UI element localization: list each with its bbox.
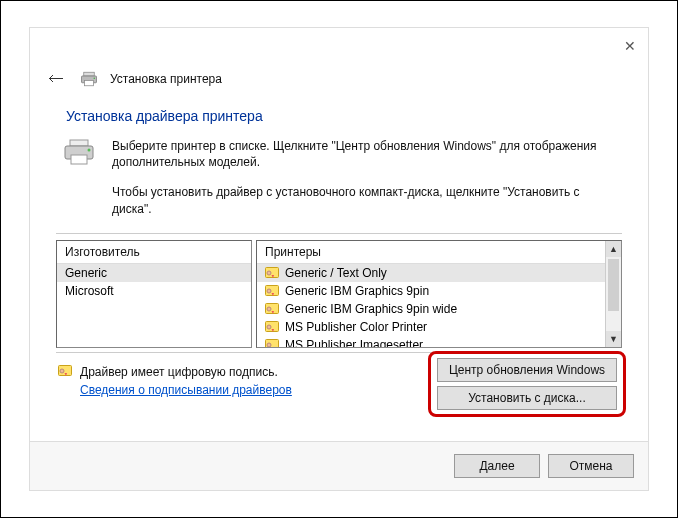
scroll-thumb[interactable] — [608, 259, 619, 311]
printer-item-label: MS Publisher Color Printer — [285, 320, 427, 334]
certificate-icon — [265, 339, 279, 347]
printers-listbox[interactable]: Принтеры Generic / Text OnlyGeneric IBM … — [256, 240, 622, 348]
svg-rect-2 — [85, 81, 94, 86]
printer-item[interactable]: Generic IBM Graphics 9pin — [257, 282, 605, 300]
certificate-icon — [265, 285, 279, 297]
svg-point-9 — [267, 271, 271, 275]
highlighted-buttons: Центр обновления Windows Установить с ди… — [428, 351, 626, 417]
manufacturer-item[interactable]: Microsoft — [57, 282, 251, 300]
certificate-icon — [265, 321, 279, 333]
certificate-icon — [265, 267, 279, 279]
windows-update-button[interactable]: Центр обновления Windows — [437, 358, 617, 382]
svg-point-7 — [88, 149, 91, 152]
certificate-icon — [58, 365, 72, 377]
svg-point-17 — [267, 343, 271, 347]
intro-line-2: Чтобы установить драйвер с установочного… — [112, 184, 616, 216]
svg-point-11 — [267, 289, 271, 293]
printer-icon — [80, 71, 98, 87]
titlebar: ✕ — [30, 28, 648, 64]
printers-scrollbar[interactable]: ▲ ▼ — [605, 241, 621, 347]
wizard-title: Установка принтера — [110, 72, 222, 86]
svg-rect-0 — [84, 72, 95, 76]
manufacturer-item[interactable]: Generic — [57, 264, 251, 282]
printer-item-label: Generic / Text Only — [285, 266, 387, 280]
printer-big-icon — [62, 138, 96, 166]
back-arrow-icon[interactable]: 🡐 — [48, 70, 68, 88]
printers-header: Принтеры — [257, 241, 621, 264]
signature-info-link[interactable]: Сведения о подписывании драйверов — [80, 383, 292, 397]
header-row: 🡐 Установка принтера — [30, 64, 648, 96]
manufacturer-listbox[interactable]: Изготовитель GenericMicrosoft — [56, 240, 252, 348]
intro-text: Выберите принтер в списке. Щелкните "Цен… — [112, 138, 616, 231]
svg-rect-4 — [70, 140, 88, 146]
cancel-button[interactable]: Отмена — [548, 454, 634, 478]
scroll-up-icon[interactable]: ▲ — [606, 241, 621, 257]
printer-item-label: Generic IBM Graphics 9pin wide — [285, 302, 457, 316]
printer-item-label: MS Publisher Imagesetter — [285, 338, 423, 347]
printer-item[interactable]: Generic IBM Graphics 9pin wide — [257, 300, 605, 318]
printer-item[interactable]: Generic / Text Only — [257, 264, 605, 282]
page-heading: Установка драйвера принтера — [66, 108, 612, 124]
content-area: Установка драйвера принтера Выберите при… — [30, 96, 648, 441]
printer-item-label: Generic IBM Graphics 9pin — [285, 284, 429, 298]
svg-rect-6 — [71, 155, 87, 164]
manufacturer-header: Изготовитель — [57, 241, 251, 264]
intro-line-1: Выберите принтер в списке. Щелкните "Цен… — [112, 138, 616, 170]
svg-point-19 — [60, 369, 64, 373]
dialog-window: ✕ 🡐 Установка принтера Установка драйвер… — [29, 27, 649, 491]
have-disk-button[interactable]: Установить с диска... — [437, 386, 617, 410]
certificate-icon — [265, 303, 279, 315]
scroll-down-icon[interactable]: ▼ — [606, 331, 621, 347]
printer-item[interactable]: MS Publisher Color Printer — [257, 318, 605, 336]
svg-point-15 — [267, 325, 271, 329]
close-button[interactable]: ✕ — [622, 38, 638, 54]
svg-point-3 — [94, 78, 96, 80]
next-button[interactable]: Далее — [454, 454, 540, 478]
footer: Далее Отмена — [30, 441, 648, 490]
svg-point-13 — [267, 307, 271, 311]
printer-item[interactable]: MS Publisher Imagesetter — [257, 336, 605, 347]
